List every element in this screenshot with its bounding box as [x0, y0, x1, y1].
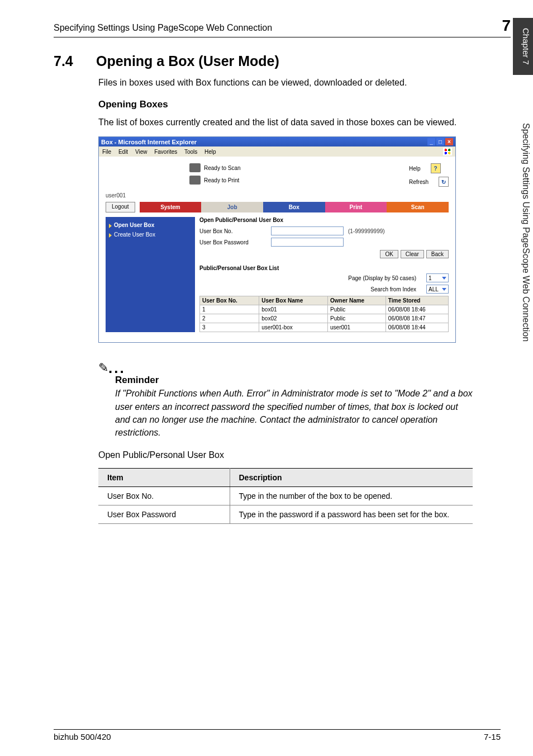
cell-time: 06/08/08 18:44 — [386, 323, 448, 332]
sidebar: Open User Box Create User Box — [106, 217, 195, 332]
maximize-icon[interactable]: □ — [436, 138, 444, 145]
th-time: Time Stored — [386, 296, 448, 305]
menu-view[interactable]: View — [135, 149, 147, 155]
printer-icon — [189, 176, 201, 185]
sidebar-open-label: Open User Box — [114, 222, 154, 228]
back-button[interactable]: Back — [426, 250, 449, 258]
cell-item: User Box No. — [98, 487, 230, 505]
th-description: Description — [230, 469, 473, 487]
ok-button[interactable]: OK — [380, 250, 398, 258]
input-user-box-no[interactable] — [271, 226, 344, 235]
page-footer: bizhub 500/420 7-15 — [54, 729, 501, 741]
page-select-value: 1 — [429, 275, 432, 281]
tab-box[interactable]: Box — [263, 202, 325, 212]
cell-no: 3 — [200, 323, 259, 332]
window-title: Box - Microsoft Internet Explorer — [101, 139, 197, 145]
sidebar-item-open-box[interactable]: Open User Box — [109, 220, 192, 230]
reminder-note: ✎... Reminder If "Prohibit Functions whe… — [98, 360, 473, 439]
sidebar-create-label: Create User Box — [114, 231, 155, 238]
table-row[interactable]: 1 box01 Public 06/08/08 18:46 — [200, 305, 449, 314]
help-icon[interactable]: ? — [431, 163, 441, 173]
browser-menubar: File Edit View Favorites Tools Help — [99, 147, 455, 157]
menu-tools[interactable]: Tools — [184, 149, 197, 155]
cell-item: User Box Password — [98, 505, 230, 524]
table-row: User Box Password Type in the password i… — [98, 505, 473, 524]
subheading: Opening Boxes — [98, 99, 511, 110]
tab-job[interactable]: Job — [201, 202, 263, 212]
logout-button[interactable]: Logout — [106, 202, 135, 212]
running-title: Specifying Settings Using PageScope Web … — [54, 23, 272, 33]
menu-file[interactable]: File — [102, 149, 111, 155]
close-icon[interactable]: × — [445, 138, 453, 145]
menu-edit[interactable]: Edit — [118, 149, 128, 155]
logged-in-user: user001 — [106, 192, 449, 199]
label-user-box-no: User Box No. — [199, 228, 266, 234]
label-user-box-password: User Box Password — [199, 239, 266, 245]
cell-desc: Type in the number of the box to be open… — [230, 487, 473, 505]
chevron-down-icon — [442, 277, 446, 280]
menu-favorites[interactable]: Favorites — [154, 149, 177, 155]
tab-print[interactable]: Print — [325, 202, 387, 212]
th-box-name: User Box Name — [259, 296, 328, 305]
minimize-icon[interactable]: _ — [427, 138, 435, 145]
page-header: Specifying Settings Using PageScope Web … — [54, 17, 511, 37]
table-row: User Box No. Type in the number of the b… — [98, 487, 473, 505]
menu-help[interactable]: Help — [204, 149, 216, 155]
footer-model: bizhub 500/420 — [54, 732, 111, 741]
triangle-marker-icon — [109, 224, 112, 228]
refresh-icon[interactable]: ↻ — [439, 177, 449, 187]
cell-name: user001-box — [259, 323, 328, 332]
clear-button[interactable]: Clear — [401, 250, 424, 258]
list-title: Public/Personal User Box List — [199, 265, 449, 271]
search-label: Search from Index — [370, 286, 416, 292]
sidebar-item-create-box[interactable]: Create User Box — [109, 230, 192, 239]
triangle-marker-icon — [109, 233, 112, 238]
chapter-number: 7 — [502, 17, 511, 35]
scanner-icon — [189, 163, 201, 172]
reminder-body: If "Prohibit Functions when Auth. Error"… — [115, 387, 473, 439]
footer-page-number: 7-15 — [484, 732, 501, 741]
pane-title: Open Public/Personal User Box — [199, 217, 449, 223]
refresh-link[interactable]: Refresh — [409, 179, 429, 185]
page-select[interactable]: 1 — [426, 273, 449, 282]
note-hand-icon: ✎ — [98, 361, 108, 375]
cell-name: box02 — [259, 314, 328, 323]
window-titlebar: Box - Microsoft Internet Explorer _ □ × — [99, 137, 455, 147]
box-list-table: User Box No. User Box Name Owner Name Ti… — [199, 296, 449, 332]
tab-system[interactable]: System — [140, 202, 202, 212]
th-owner: Owner Name — [328, 296, 386, 305]
input-user-box-password[interactable] — [271, 238, 344, 247]
status-scan: Ready to Scan — [204, 165, 241, 171]
cell-desc: Type in the password if a password has b… — [230, 505, 473, 524]
side-running-title: Specifying Settings Using PageScope Web … — [521, 123, 531, 342]
browser-window: Box - Microsoft Internet Explorer _ □ × … — [98, 136, 456, 343]
cell-no: 2 — [200, 314, 259, 323]
table-row[interactable]: 2 box02 Public 06/08/08 18:47 — [200, 314, 449, 323]
status-print: Ready to Print — [204, 177, 239, 183]
table-row[interactable]: 3 user001-box user001 06/08/08 18:44 — [200, 323, 449, 332]
cell-no: 1 — [200, 305, 259, 314]
cell-time: 06/08/08 18:46 — [386, 305, 448, 314]
intro-text: Files in boxes used with Box functions c… — [98, 76, 473, 89]
section-heading: 7.4Opening a Box (User Mode) — [54, 53, 511, 69]
reminder-heading: Reminder — [115, 375, 473, 386]
chapter-tab: Chapter 7 — [513, 18, 533, 75]
description-table: Item Description User Box No. Type in th… — [98, 468, 473, 524]
cell-time: 06/08/08 18:47 — [386, 314, 448, 323]
windows-logo-icon — [443, 148, 452, 155]
subhead-text: The list of boxes currently created and … — [98, 116, 473, 129]
cell-owner: user001 — [328, 323, 386, 332]
tab-scan[interactable]: Scan — [387, 202, 449, 212]
search-index-select[interactable]: ALL — [426, 285, 449, 294]
ellipsis-icon: ... — [108, 360, 126, 376]
th-item: Item — [98, 469, 230, 487]
help-link[interactable]: Help — [409, 166, 421, 172]
range-hint: (1-999999999) — [348, 228, 385, 234]
table-caption: Open Public/Personal User Box — [98, 450, 511, 460]
section-title: Opening a Box (User Mode) — [96, 53, 279, 69]
cell-owner: Public — [328, 314, 386, 323]
search-select-value: ALL — [429, 286, 439, 292]
th-box-no: User Box No. — [200, 296, 259, 305]
chevron-down-icon — [442, 288, 446, 291]
section-number: 7.4 — [54, 53, 96, 69]
